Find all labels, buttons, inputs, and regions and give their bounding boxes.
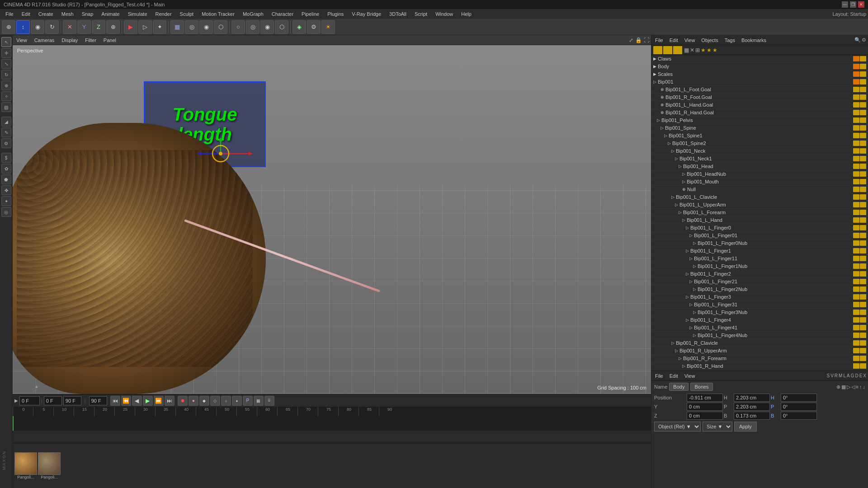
obj-null[interactable]: ⊕ Null bbox=[651, 186, 868, 193]
prev-frame-btn[interactable]: ⏪ bbox=[121, 396, 131, 406]
om-color1[interactable] bbox=[653, 46, 662, 54]
obj-lfinger1[interactable]: ▷ Bip001_L_Finger1 bbox=[651, 247, 868, 255]
obj-neck[interactable]: ▷ Bip001_Neck bbox=[651, 147, 868, 155]
attr-t4[interactable]: ◁ bbox=[851, 384, 855, 390]
rot-h-field[interactable] bbox=[781, 394, 817, 402]
menu-pipeline[interactable]: Pipeline bbox=[298, 10, 323, 18]
attr-t1[interactable]: ⊕ bbox=[836, 384, 840, 390]
go-start-btn[interactable]: ⏮ bbox=[110, 396, 120, 406]
obj-rhand[interactable]: ▷ Bip001_R_Hand bbox=[651, 362, 868, 370]
om-star-icon[interactable]: ★ bbox=[701, 47, 706, 53]
obj-spine1[interactable]: ▷ Bip001_Spine1 bbox=[651, 132, 868, 140]
tool-move[interactable]: ✛ bbox=[1, 48, 11, 58]
record-btn[interactable]: ⏺ bbox=[178, 396, 188, 406]
om-color2[interactable] bbox=[663, 46, 672, 54]
obj-bip001[interactable]: ▷ Bip001 bbox=[651, 78, 868, 86]
attr-t5[interactable]: ≡ bbox=[856, 384, 859, 390]
vp-icon-move[interactable]: ⤢ bbox=[629, 37, 633, 43]
obj-lfinger41[interactable]: ▷ Bip001_L_Finger41 bbox=[651, 324, 868, 332]
menu-help[interactable]: Help bbox=[458, 10, 475, 18]
obj-bip001-rhand[interactable]: ⊕ Bip001_R_Hand.Goal bbox=[651, 109, 868, 117]
attr-bones-btn[interactable]: Bones bbox=[690, 383, 712, 391]
timeline-track[interactable] bbox=[13, 416, 651, 431]
obj-lforearm[interactable]: ▷ Bip001_L_Forearm bbox=[651, 209, 868, 216]
obj-lfinger31[interactable]: ▷ Bip001_L_Finger31 bbox=[651, 301, 868, 309]
menu-3dtoall[interactable]: 3DToAll bbox=[386, 10, 410, 18]
play-fwd-btn[interactable]: ▶ bbox=[143, 396, 153, 406]
obj-rforearm[interactable]: ▷ Bip001_R_Forearm bbox=[651, 355, 868, 362]
om-settings-icon[interactable]: ⚙ bbox=[862, 37, 866, 43]
om-star2-icon[interactable]: ★ bbox=[707, 47, 712, 53]
obj-claws[interactable]: ▶ Claws bbox=[651, 55, 868, 63]
obj-spine2[interactable]: ▷ Bip001_Spine2 bbox=[651, 140, 868, 147]
tool-10[interactable]: $ bbox=[1, 153, 11, 163]
om-check-icon[interactable]: ✕ bbox=[690, 47, 694, 53]
apply-button[interactable]: Apply bbox=[734, 422, 757, 432]
toolbar-undo-btn[interactable]: ✕ bbox=[63, 20, 76, 34]
tool-scale[interactable]: ⤡ bbox=[1, 59, 11, 69]
tool-11[interactable]: ✿ bbox=[1, 164, 11, 174]
vp-menu-view[interactable]: View bbox=[14, 38, 29, 43]
object-dropdown[interactable]: Object (Rel) ▼ bbox=[654, 422, 701, 432]
om-file[interactable]: File bbox=[653, 38, 665, 43]
menu-file[interactable]: File bbox=[2, 10, 17, 18]
attr-edit[interactable]: Edit bbox=[668, 373, 680, 379]
toolbar-render-btn[interactable]: ▶ bbox=[124, 20, 137, 34]
attr-file[interactable]: File bbox=[653, 373, 665, 379]
toolbar-anim2-btn[interactable]: ⚙ bbox=[307, 20, 321, 34]
attr-icon9[interactable]: E bbox=[859, 373, 863, 378]
toolbar-snap4-btn[interactable]: ⬡ bbox=[275, 20, 288, 34]
attr-icon10[interactable]: X bbox=[863, 373, 866, 378]
toolbar-edit1-btn[interactable]: ◎ bbox=[185, 20, 198, 34]
om-grid2-icon[interactable]: ⊞ bbox=[695, 47, 700, 53]
toolbar-z-btn[interactable]: Z bbox=[92, 20, 105, 34]
toolbar-cube-btn[interactable]: ▦ bbox=[170, 20, 184, 34]
vp-menu-filter[interactable]: Filter bbox=[83, 38, 98, 43]
obj-rclavicle[interactable]: ▷ Bip001_R_Clavicle bbox=[651, 339, 868, 347]
menu-snap[interactable]: Snap bbox=[78, 10, 97, 18]
tool-5[interactable]: ✧ bbox=[1, 91, 11, 101]
toolbar-snap3-btn[interactable]: ◉ bbox=[260, 20, 274, 34]
attr-icon5[interactable]: L bbox=[843, 373, 846, 378]
play-frame-field[interactable] bbox=[63, 396, 81, 405]
attr-icon8[interactable]: D bbox=[855, 373, 858, 378]
tool-12[interactable]: ⬟ bbox=[1, 174, 11, 184]
attr-icon4[interactable]: M bbox=[839, 373, 842, 378]
om-star3-icon[interactable]: ★ bbox=[712, 47, 717, 53]
current-frame-field[interactable] bbox=[19, 396, 40, 405]
om-grid-icon[interactable]: ▦ bbox=[684, 47, 689, 53]
menu-plugins[interactable]: Plugins bbox=[324, 10, 347, 18]
tool-15[interactable]: ◎ bbox=[1, 207, 11, 217]
menu-motiontracker[interactable]: Motion Tracker bbox=[198, 10, 238, 18]
obj-mouth[interactable]: ▷ Bip001_Mouth bbox=[651, 178, 868, 186]
autokey-btn[interactable]: ● bbox=[189, 396, 198, 406]
om-edit[interactable]: Edit bbox=[668, 38, 680, 43]
om-search-icon[interactable]: 🔍 bbox=[854, 37, 861, 43]
key-next-btn[interactable]: ⬧ bbox=[232, 396, 242, 406]
toolbar-rotate-btn[interactable]: ↻ bbox=[45, 20, 59, 34]
size-h-field[interactable] bbox=[734, 394, 770, 402]
obj-spine[interactable]: ▷ Bip001_Spine bbox=[651, 124, 868, 132]
tool-6[interactable]: ▨ bbox=[1, 102, 11, 112]
obj-head[interactable]: ▷ Bip001_Head bbox=[651, 163, 868, 170]
obj-neck1[interactable]: ▷ Bip001_Neck1 bbox=[651, 155, 868, 163]
rot-p-field[interactable] bbox=[781, 403, 817, 411]
attr-t7[interactable]: ↓ bbox=[863, 384, 866, 390]
obj-bip001-lfoot[interactable]: ⊕ Bip001_L_Foot.Goal bbox=[651, 86, 868, 94]
pos-z-field[interactable] bbox=[687, 412, 723, 420]
tool-rotate[interactable]: ↻ bbox=[1, 70, 11, 80]
toolbar-scale-btn[interactable]: ◉ bbox=[31, 20, 44, 34]
grid-btn[interactable]: ▦ bbox=[254, 396, 264, 406]
toolbar-anim3-btn[interactable]: ☀ bbox=[321, 20, 335, 34]
om-tags[interactable]: Tags bbox=[723, 38, 737, 43]
vp-icon-lock[interactable]: 🔒 bbox=[635, 37, 642, 43]
toolbar-edit3-btn[interactable]: ⬡ bbox=[214, 20, 227, 34]
tool-live[interactable]: ⊕ bbox=[1, 80, 11, 90]
power-btn[interactable]: P bbox=[243, 396, 253, 406]
tool-13[interactable]: ✤ bbox=[1, 185, 11, 195]
size-dropdown[interactable]: Size ▼ bbox=[703, 422, 732, 432]
key-prev-btn[interactable]: ⬦ bbox=[221, 396, 231, 406]
obj-lfinger4nub[interactable]: ▷ Bip001_L_Finger4Nub bbox=[651, 332, 868, 339]
next-frame-btn[interactable]: ⏩ bbox=[154, 396, 164, 406]
obj-lhand2[interactable]: ▷ Bip001_L_Hand bbox=[651, 216, 868, 224]
